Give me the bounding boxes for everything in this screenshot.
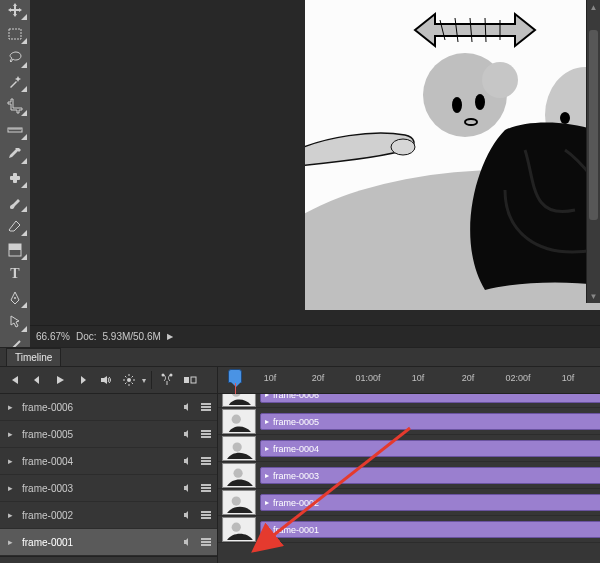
scrollbar-thumb[interactable] xyxy=(589,30,598,220)
scroll-down-arrow-icon[interactable]: ▼ xyxy=(587,289,600,303)
svg-point-21 xyxy=(482,62,518,98)
layer-row[interactable]: ▸ frame-0003 xyxy=(0,475,217,502)
status-bar: 66.67% Doc: 5.93M/50.6M ▶ xyxy=(30,325,600,347)
timeline-clip[interactable]: ▸frame-0005 xyxy=(260,413,600,430)
audio-icon[interactable] xyxy=(181,454,195,468)
svg-point-23 xyxy=(475,94,485,110)
layer-name: frame-0004 xyxy=(22,456,177,467)
lasso-tool[interactable] xyxy=(5,50,25,66)
move-tool[interactable] xyxy=(5,2,25,18)
audio-track-row[interactable]: Audio Track ♫ ▾ xyxy=(0,556,217,563)
ruler-tool[interactable] xyxy=(5,122,25,138)
svg-point-22 xyxy=(452,97,462,113)
svg-rect-3 xyxy=(13,173,17,183)
tab-timeline[interactable]: Timeline xyxy=(6,348,61,366)
doc-size: 5.93M/50.6M xyxy=(102,331,160,342)
chevron-right-icon[interactable]: ▸ xyxy=(8,537,18,547)
audio-icon[interactable] xyxy=(181,481,195,495)
svg-point-19 xyxy=(560,112,570,124)
settings-button[interactable] xyxy=(119,370,139,390)
zoom-level[interactable]: 66.67% xyxy=(36,331,70,342)
toolbar: T xyxy=(0,0,30,347)
svg-rect-53 xyxy=(201,544,211,546)
ruler-tick: 10f xyxy=(412,373,425,383)
layer-row[interactable]: ▸ frame-0005 xyxy=(0,421,217,448)
chevron-right-icon[interactable]: ▸ xyxy=(8,429,18,439)
audio-icon[interactable] xyxy=(181,508,195,522)
ruler-tick: 10f xyxy=(264,373,277,383)
chevron-right-icon[interactable]: ▸ xyxy=(8,510,18,520)
chevron-right-icon: ▸ xyxy=(265,498,269,507)
audio-icon[interactable] xyxy=(181,535,195,549)
layer-menu-icon[interactable] xyxy=(199,454,213,468)
chevron-down-icon[interactable]: ▾ xyxy=(142,376,146,385)
layer-row[interactable]: ▸ frame-0001 xyxy=(0,529,217,556)
timeline-clip[interactable]: ▸frame-0006 xyxy=(260,394,600,403)
mute-button[interactable] xyxy=(96,370,116,390)
clip-thumbnail xyxy=(222,490,256,515)
wand-tool[interactable] xyxy=(5,74,25,90)
svg-rect-52 xyxy=(201,541,211,543)
timeline-clip[interactable]: ▸frame-0001 xyxy=(260,521,600,538)
split-button[interactable] xyxy=(157,370,177,390)
timeline-clip[interactable]: ▸frame-0004 xyxy=(260,440,600,457)
ruler-tick: 20f xyxy=(312,373,325,383)
timeline-controls: ▾ 10f 20f 01:00f 10f 20f 02:00f 10f 20f xyxy=(0,366,600,394)
layer-row[interactable]: ▸ frame-0004 xyxy=(0,448,217,475)
brush-tool[interactable] xyxy=(5,194,25,210)
play-button[interactable] xyxy=(50,370,70,390)
ruler-tick: 10f xyxy=(562,373,575,383)
timeline-clip[interactable]: ▸frame-0003 xyxy=(260,467,600,484)
svg-rect-41 xyxy=(201,436,211,438)
chevron-right-icon[interactable]: ▸ xyxy=(8,456,18,466)
svg-point-63 xyxy=(232,496,241,505)
marquee-tool[interactable] xyxy=(5,26,25,42)
audio-icon[interactable] xyxy=(181,427,195,441)
layer-menu-icon[interactable] xyxy=(199,427,213,441)
canvas-viewport[interactable]: ▲ ▼ xyxy=(30,0,600,325)
svg-point-57 xyxy=(232,414,241,423)
type-tool[interactable]: T xyxy=(5,266,25,282)
svg-rect-37 xyxy=(201,406,211,408)
fill-tool[interactable] xyxy=(5,242,25,258)
svg-rect-51 xyxy=(201,538,211,540)
svg-point-61 xyxy=(233,468,242,477)
timeline-tracks[interactable]: ▸frame-0006 ▸frame-0005 ▸frame-0004 ▸fra… xyxy=(218,394,600,563)
layer-menu-icon[interactable] xyxy=(199,400,213,414)
audio-icon[interactable] xyxy=(181,400,195,414)
chevron-right-icon[interactable]: ▸ xyxy=(8,402,18,412)
svg-rect-49 xyxy=(201,514,211,516)
eyedropper-tool[interactable] xyxy=(5,146,25,162)
svg-rect-40 xyxy=(201,433,211,435)
pen-tool[interactable] xyxy=(5,290,25,306)
timeline-layer-list: ▸ frame-0006 ▸ frame-0005 ▸ frame-0004 xyxy=(0,394,218,563)
transition-button[interactable] xyxy=(180,370,200,390)
layer-name: frame-0001 xyxy=(22,537,177,548)
layer-menu-icon[interactable] xyxy=(199,508,213,522)
timeline-clip[interactable]: ▸frame-0002 xyxy=(260,494,600,511)
svg-rect-0 xyxy=(9,29,21,39)
chevron-right-icon: ▸ xyxy=(265,444,269,453)
eraser-tool[interactable] xyxy=(5,218,25,234)
next-frame-button[interactable] xyxy=(73,370,93,390)
timeline-panel: Timeline ▾ 10f 20f 01:00f 10f xyxy=(0,347,600,563)
chevron-right-icon[interactable]: ▶ xyxy=(167,332,173,341)
go-to-start-button[interactable] xyxy=(4,370,24,390)
layer-menu-icon[interactable] xyxy=(199,481,213,495)
layer-row[interactable]: ▸ frame-0006 xyxy=(0,394,217,421)
layer-row[interactable]: ▸ frame-0002 xyxy=(0,502,217,529)
chevron-right-icon[interactable]: ▸ xyxy=(8,483,18,493)
clip-label: frame-0004 xyxy=(273,444,319,454)
canvas-scrollbar-vertical[interactable]: ▲ ▼ xyxy=(586,0,600,303)
layer-menu-icon[interactable] xyxy=(199,535,213,549)
svg-point-33 xyxy=(170,374,173,377)
time-ruler[interactable]: 10f 20f 01:00f 10f 20f 02:00f 10f 20f xyxy=(218,367,600,393)
scroll-up-arrow-icon[interactable]: ▲ xyxy=(587,0,600,14)
crop-tool[interactable] xyxy=(5,98,25,114)
heal-tool[interactable] xyxy=(5,170,25,186)
direct-select-tool[interactable] xyxy=(5,314,25,330)
svg-rect-44 xyxy=(201,463,211,465)
playhead[interactable] xyxy=(228,369,242,383)
svg-rect-50 xyxy=(201,517,211,519)
prev-frame-button[interactable] xyxy=(27,370,47,390)
